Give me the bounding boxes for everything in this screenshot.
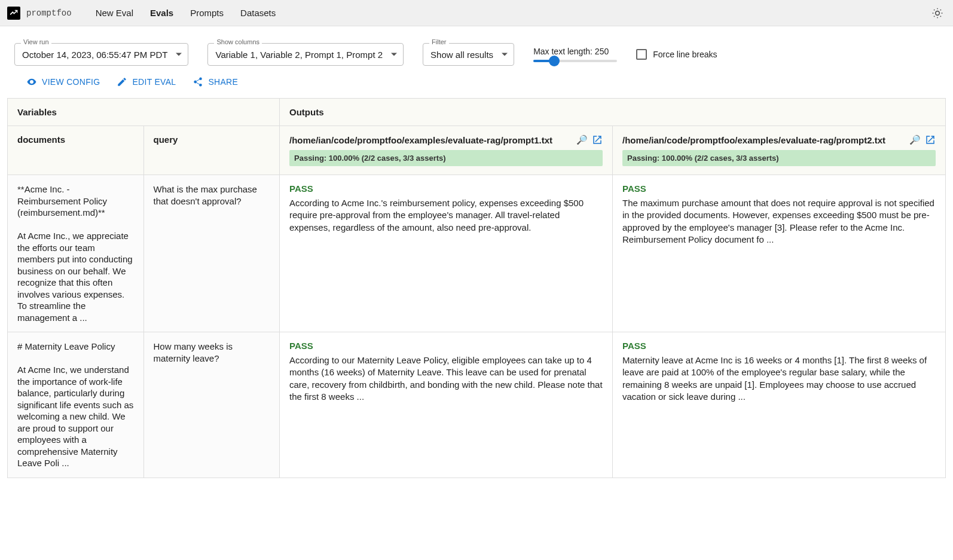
svg-line-6: [940, 16, 941, 16]
status-badge: PASS: [622, 341, 936, 351]
show-columns-legend: Show columns: [214, 38, 262, 45]
nav-prompts[interactable]: Prompts: [190, 8, 224, 18]
chevron-down-icon: [502, 53, 508, 56]
status-badge: PASS: [622, 183, 936, 194]
cell-output-2: PASS Maternity leave at Acme Inc is 16 w…: [612, 332, 945, 478]
share-icon: [193, 76, 203, 87]
cell-documents: # Maternity Leave Policy At Acme Inc, we…: [8, 332, 144, 478]
svg-line-7: [934, 16, 934, 16]
slider-thumb[interactable]: [549, 56, 560, 66]
table-row: # Maternity Leave Policy At Acme Inc, we…: [8, 332, 946, 478]
nav-new-eval[interactable]: New Eval: [96, 8, 133, 18]
brand-name: promptfoo: [26, 8, 72, 18]
col-query: query: [143, 126, 280, 175]
col-documents: documents: [8, 126, 144, 175]
chevron-down-icon: [391, 53, 397, 56]
eye-icon: [26, 76, 37, 87]
checkbox-icon[interactable]: [636, 49, 647, 60]
table-row: **Acme Inc. - Reimbursement Policy (reim…: [8, 175, 946, 332]
force-line-breaks-label: Force line breaks: [653, 50, 717, 59]
col-output-1: /home/ian/code/promptfoo/examples/evalua…: [280, 126, 613, 175]
slider-track[interactable]: [533, 60, 617, 62]
logo-icon: [7, 7, 20, 20]
view-run-legend: View run: [21, 38, 51, 45]
nav-datasets[interactable]: Datasets: [240, 8, 276, 18]
sun-icon: [931, 7, 943, 19]
header-outputs: Outputs: [280, 99, 946, 126]
svg-line-5: [934, 10, 934, 10]
prompt1-path: /home/ian/code/promptfoo/examples/evalua…: [289, 135, 552, 145]
cell-query: What is the max purchase that doesn't ap…: [143, 175, 280, 332]
svg-point-0: [936, 11, 940, 15]
prompt1-passing: Passing: 100.00% (2/2 cases, 3/3 asserts…: [289, 150, 603, 166]
results-table: Variables Outputs documents query /home/…: [7, 98, 946, 478]
view-run-select[interactable]: View run October 14, 2023, 06:55:47 PM P…: [14, 43, 188, 66]
prompt2-path: /home/ian/code/promptfoo/examples/evalua…: [622, 135, 885, 145]
max-text-length-slider[interactable]: Max text length: 250: [533, 47, 617, 62]
nav-evals[interactable]: Evals: [150, 8, 173, 18]
cell-output-2: PASS The maximum purchase amount that do…: [612, 175, 945, 332]
cell-documents: **Acme Inc. - Reimbursement Policy (reim…: [8, 175, 144, 332]
view-run-value: October 14, 2023, 06:55:47 PM PDT: [22, 50, 167, 60]
force-line-breaks-checkbox[interactable]: Force line breaks: [636, 49, 717, 60]
output-text: According to Acme Inc.'s reimbursement p…: [289, 197, 603, 234]
cell-query: How many weeks is maternity leave?: [143, 332, 280, 478]
open-external-icon[interactable]: [925, 134, 936, 145]
magnifier-icon[interactable]: 🔎: [576, 134, 587, 145]
output-text: The maximum purchase amount that does no…: [622, 197, 936, 246]
theme-toggle-button[interactable]: [929, 5, 946, 22]
header-variables: Variables: [8, 99, 280, 126]
filter-value: Show all results: [430, 50, 493, 60]
edit-eval-button[interactable]: EDIT EVAL: [117, 76, 176, 87]
controls-row: View run October 14, 2023, 06:55:47 PM P…: [0, 26, 953, 73]
show-columns-value: Variable 1, Variable 2, Prompt 1, Prompt…: [215, 50, 383, 60]
share-button[interactable]: SHARE: [193, 76, 238, 87]
prompt2-passing: Passing: 100.00% (2/2 cases, 3/3 asserts…: [622, 150, 936, 166]
status-badge: PASS: [289, 183, 603, 194]
main-nav: New Eval Evals Prompts Datasets: [96, 8, 276, 18]
cell-output-1: PASS According to our Maternity Leave Po…: [280, 332, 613, 478]
col-output-2: /home/ian/code/promptfoo/examples/evalua…: [612, 126, 945, 175]
slider-label: Max text length: 250: [533, 47, 617, 56]
view-config-button[interactable]: VIEW CONFIG: [26, 76, 100, 87]
filter-select[interactable]: Filter Show all results: [423, 43, 514, 66]
chevron-down-icon: [176, 53, 182, 56]
pencil-icon: [117, 76, 127, 87]
magnifier-icon[interactable]: 🔎: [909, 134, 920, 145]
filter-legend: Filter: [429, 38, 448, 45]
open-external-icon[interactable]: [592, 134, 603, 145]
cell-output-1: PASS According to Acme Inc.'s reimbursem…: [280, 175, 613, 332]
action-row: VIEW CONFIG EDIT EVAL SHARE: [0, 73, 953, 98]
results-table-wrap: Variables Outputs documents query /home/…: [0, 98, 953, 490]
topbar: promptfoo New Eval Evals Prompts Dataset…: [0, 0, 953, 26]
status-badge: PASS: [289, 341, 603, 351]
show-columns-select[interactable]: Show columns Variable 1, Variable 2, Pro…: [207, 43, 404, 66]
output-text: According to our Maternity Leave Policy,…: [289, 354, 603, 403]
svg-line-8: [940, 10, 941, 10]
output-text: Maternity leave at Acme Inc is 16 weeks …: [622, 354, 936, 403]
